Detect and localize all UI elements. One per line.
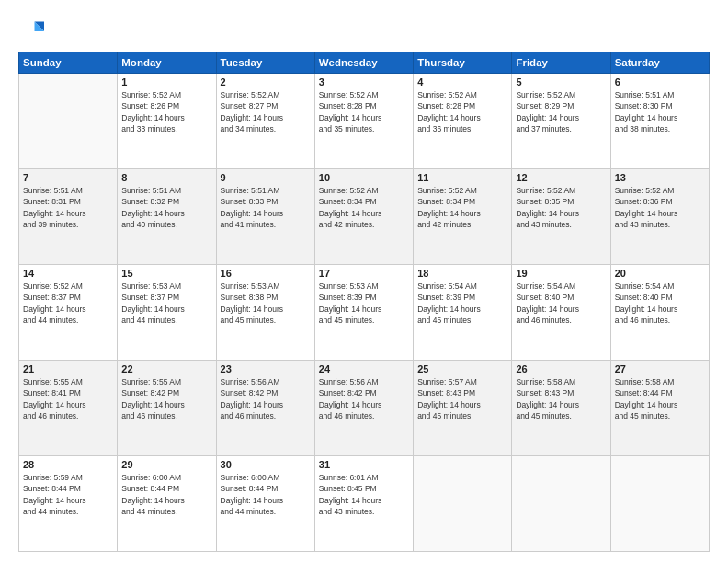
header [18, 15, 710, 44]
day-info: Sunrise: 5:59 AM Sunset: 8:44 PM Dayligh… [23, 472, 113, 517]
day-number: 6 [615, 76, 705, 87]
day-info: Sunrise: 5:58 AM Sunset: 8:43 PM Dayligh… [516, 376, 606, 421]
day-info: Sunrise: 6:01 AM Sunset: 8:45 PM Dayligh… [319, 472, 409, 517]
logo [18, 18, 48, 44]
day-number: 31 [319, 459, 409, 470]
weekday-header-monday: Monday [118, 52, 216, 74]
calendar-cell [610, 456, 709, 552]
calendar-cell: 10Sunrise: 5:52 AM Sunset: 8:34 PM Dayli… [314, 169, 413, 265]
day-info: Sunrise: 5:52 AM Sunset: 8:28 PM Dayligh… [319, 89, 409, 134]
day-info: Sunrise: 5:57 AM Sunset: 8:43 PM Dayligh… [417, 376, 507, 421]
calendar-cell: 23Sunrise: 5:56 AM Sunset: 8:42 PM Dayli… [216, 361, 314, 456]
day-info: Sunrise: 5:53 AM Sunset: 8:37 PM Dayligh… [121, 281, 211, 326]
day-number: 18 [417, 268, 507, 279]
day-number: 26 [516, 363, 606, 374]
day-info: Sunrise: 5:51 AM Sunset: 8:33 PM Dayligh… [221, 185, 311, 230]
calendar-cell: 26Sunrise: 5:58 AM Sunset: 8:43 PM Dayli… [512, 361, 610, 456]
day-info: Sunrise: 5:54 AM Sunset: 8:39 PM Dayligh… [417, 281, 507, 326]
day-number: 8 [121, 172, 211, 183]
calendar-cell [512, 456, 610, 552]
day-info: Sunrise: 5:55 AM Sunset: 8:41 PM Dayligh… [23, 376, 113, 421]
calendar-cell: 1Sunrise: 5:52 AM Sunset: 8:26 PM Daylig… [118, 74, 216, 169]
day-number: 10 [319, 172, 409, 183]
day-info: Sunrise: 5:52 AM Sunset: 8:26 PM Dayligh… [121, 89, 211, 134]
day-info: Sunrise: 5:51 AM Sunset: 8:31 PM Dayligh… [23, 185, 113, 230]
weekday-header-thursday: Thursday [414, 52, 512, 74]
day-number: 19 [516, 268, 606, 279]
day-info: Sunrise: 5:54 AM Sunset: 8:40 PM Dayligh… [516, 281, 606, 326]
day-number: 20 [615, 268, 705, 279]
calendar-cell: 30Sunrise: 6:00 AM Sunset: 8:44 PM Dayli… [216, 456, 314, 552]
day-info: Sunrise: 5:52 AM Sunset: 8:34 PM Dayligh… [417, 185, 507, 230]
weekday-header-sunday: Sunday [19, 52, 118, 74]
day-info: Sunrise: 6:00 AM Sunset: 8:44 PM Dayligh… [121, 472, 211, 517]
day-number: 7 [23, 172, 113, 183]
calendar-cell: 12Sunrise: 5:52 AM Sunset: 8:35 PM Dayli… [512, 169, 610, 265]
calendar-cell: 22Sunrise: 5:55 AM Sunset: 8:42 PM Dayli… [118, 361, 216, 456]
day-number: 22 [121, 363, 211, 374]
page: SundayMondayTuesdayWednesdayThursdayFrid… [0, 0, 728, 563]
day-number: 9 [221, 172, 311, 183]
calendar-table: SundayMondayTuesdayWednesdayThursdayFrid… [18, 52, 710, 552]
day-info: Sunrise: 5:51 AM Sunset: 8:30 PM Dayligh… [615, 89, 705, 134]
calendar-week-row: 21Sunrise: 5:55 AM Sunset: 8:41 PM Dayli… [19, 361, 710, 456]
calendar-cell [19, 74, 118, 169]
logo-icon [18, 18, 44, 44]
day-info: Sunrise: 5:52 AM Sunset: 8:28 PM Dayligh… [417, 89, 507, 134]
calendar-cell: 21Sunrise: 5:55 AM Sunset: 8:41 PM Dayli… [19, 361, 118, 456]
day-number: 17 [319, 268, 409, 279]
calendar-cell: 24Sunrise: 5:56 AM Sunset: 8:42 PM Dayli… [314, 361, 413, 456]
calendar-cell: 5Sunrise: 5:52 AM Sunset: 8:29 PM Daylig… [512, 74, 610, 169]
weekday-header-friday: Friday [512, 52, 610, 74]
day-number: 24 [319, 363, 409, 374]
calendar-cell: 31Sunrise: 6:01 AM Sunset: 8:45 PM Dayli… [314, 456, 413, 552]
calendar-cell: 11Sunrise: 5:52 AM Sunset: 8:34 PM Dayli… [414, 169, 512, 265]
calendar-cell: 17Sunrise: 5:53 AM Sunset: 8:39 PM Dayli… [314, 265, 413, 361]
day-info: Sunrise: 5:56 AM Sunset: 8:42 PM Dayligh… [319, 376, 409, 421]
day-number: 5 [516, 76, 606, 87]
day-number: 15 [121, 268, 211, 279]
calendar-week-row: 14Sunrise: 5:52 AM Sunset: 8:37 PM Dayli… [19, 265, 710, 361]
calendar-cell: 13Sunrise: 5:52 AM Sunset: 8:36 PM Dayli… [610, 169, 709, 265]
calendar-cell: 3Sunrise: 5:52 AM Sunset: 8:28 PM Daylig… [314, 74, 413, 169]
calendar-cell: 27Sunrise: 5:58 AM Sunset: 8:44 PM Dayli… [610, 361, 709, 456]
day-number: 1 [121, 76, 211, 87]
calendar-cell: 2Sunrise: 5:52 AM Sunset: 8:27 PM Daylig… [216, 74, 314, 169]
day-number: 11 [417, 172, 507, 183]
calendar-cell: 19Sunrise: 5:54 AM Sunset: 8:40 PM Dayli… [512, 265, 610, 361]
day-info: Sunrise: 5:52 AM Sunset: 8:29 PM Dayligh… [516, 89, 606, 134]
calendar-cell: 7Sunrise: 5:51 AM Sunset: 8:31 PM Daylig… [19, 169, 118, 265]
calendar-cell: 20Sunrise: 5:54 AM Sunset: 8:40 PM Dayli… [610, 265, 709, 361]
day-info: Sunrise: 5:52 AM Sunset: 8:36 PM Dayligh… [615, 185, 705, 230]
day-number: 14 [23, 268, 113, 279]
calendar-cell: 16Sunrise: 5:53 AM Sunset: 8:38 PM Dayli… [216, 265, 314, 361]
day-number: 23 [221, 363, 311, 374]
day-number: 16 [221, 268, 311, 279]
calendar-week-row: 1Sunrise: 5:52 AM Sunset: 8:26 PM Daylig… [19, 74, 710, 169]
day-number: 28 [23, 459, 113, 470]
weekday-header-saturday: Saturday [610, 52, 709, 74]
day-info: Sunrise: 6:00 AM Sunset: 8:44 PM Dayligh… [221, 472, 311, 517]
day-info: Sunrise: 5:51 AM Sunset: 8:32 PM Dayligh… [121, 185, 211, 230]
day-number: 25 [417, 363, 507, 374]
weekday-header-tuesday: Tuesday [216, 52, 314, 74]
day-info: Sunrise: 5:52 AM Sunset: 8:34 PM Dayligh… [319, 185, 409, 230]
day-number: 21 [23, 363, 113, 374]
day-info: Sunrise: 5:58 AM Sunset: 8:44 PM Dayligh… [615, 376, 705, 421]
day-number: 3 [319, 76, 409, 87]
calendar-cell: 15Sunrise: 5:53 AM Sunset: 8:37 PM Dayli… [118, 265, 216, 361]
calendar-week-row: 7Sunrise: 5:51 AM Sunset: 8:31 PM Daylig… [19, 169, 710, 265]
day-number: 2 [221, 76, 311, 87]
day-number: 29 [121, 459, 211, 470]
calendar-cell: 18Sunrise: 5:54 AM Sunset: 8:39 PM Dayli… [414, 265, 512, 361]
day-info: Sunrise: 5:53 AM Sunset: 8:39 PM Dayligh… [319, 281, 409, 326]
calendar-week-row: 28Sunrise: 5:59 AM Sunset: 8:44 PM Dayli… [19, 456, 710, 552]
day-number: 4 [417, 76, 507, 87]
weekday-header-row: SundayMondayTuesdayWednesdayThursdayFrid… [19, 52, 710, 74]
calendar-cell [414, 456, 512, 552]
day-number: 27 [615, 363, 705, 374]
weekday-header-wednesday: Wednesday [314, 52, 413, 74]
day-info: Sunrise: 5:53 AM Sunset: 8:38 PM Dayligh… [221, 281, 311, 326]
day-info: Sunrise: 5:56 AM Sunset: 8:42 PM Dayligh… [221, 376, 311, 421]
calendar-cell: 8Sunrise: 5:51 AM Sunset: 8:32 PM Daylig… [118, 169, 216, 265]
